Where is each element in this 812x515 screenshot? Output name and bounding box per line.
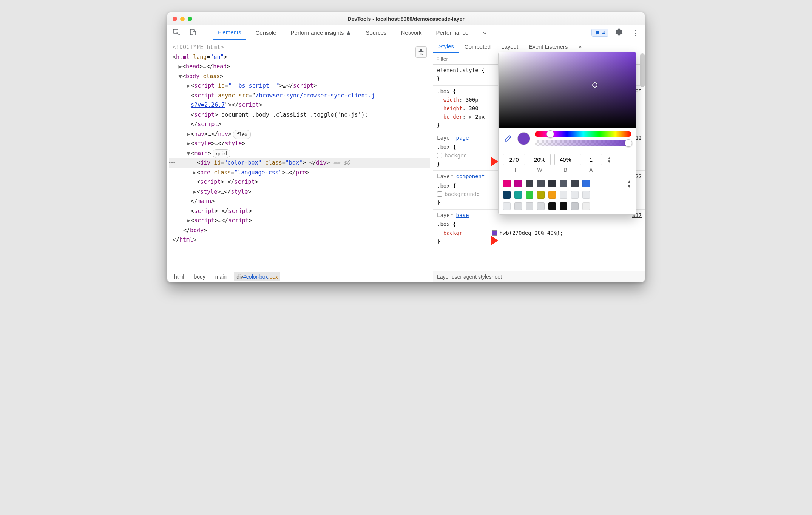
palette-swatch[interactable] <box>526 180 533 187</box>
palette-swatch[interactable] <box>571 202 579 210</box>
a-input[interactable] <box>580 154 602 165</box>
rule-layer-ua[interactable]: Layer user agent stylesheet <box>433 271 645 282</box>
saturation-value-field[interactable] <box>499 52 636 128</box>
tab-network[interactable]: Network <box>397 26 426 39</box>
b-input[interactable] <box>554 154 576 165</box>
palette-swatch[interactable] <box>582 180 590 187</box>
palette-swatch[interactable] <box>526 202 533 210</box>
rule-layer-base[interactable]: 317 Layer base .box { backgrhwb(270deg 2… <box>433 210 645 248</box>
palette-swatch[interactable] <box>582 191 590 199</box>
palette-swatch[interactable] <box>503 191 511 199</box>
palette-swatch[interactable] <box>503 202 511 210</box>
color-picker-popover[interactable]: ▲▼ H W B A ▲▼ <box>498 52 636 215</box>
tab-elements[interactable]: Elements <box>213 26 246 40</box>
alpha-slider[interactable] <box>535 140 631 146</box>
palette-swatch[interactable] <box>503 180 511 187</box>
palette-swatch[interactable] <box>537 180 545 187</box>
h-input[interactable] <box>503 154 525 165</box>
crumb-main[interactable]: main <box>213 272 229 281</box>
chat-icon <box>595 30 600 35</box>
main-toolbar: Elements Console Performance insights So… <box>167 25 645 40</box>
palette-swatch[interactable] <box>560 180 567 187</box>
palette-swatch[interactable] <box>537 191 545 199</box>
grid-badge[interactable]: grid <box>213 149 230 158</box>
crumb-current[interactable]: div#color-box.box <box>234 272 280 281</box>
kebab-menu-icon[interactable]: ⋮ <box>630 27 642 39</box>
eyedropper-icon[interactable] <box>503 134 513 143</box>
gear-icon[interactable] <box>613 27 625 39</box>
inspect-element-icon[interactable] <box>170 27 182 39</box>
annotation-arrow-icon <box>479 154 499 170</box>
color-input-labels: H W B A <box>499 167 636 177</box>
hue-slider[interactable] <box>535 131 631 137</box>
palette-swatch[interactable] <box>514 191 522 199</box>
breadcrumbs[interactable]: html body main div#color-box.box <box>167 271 433 282</box>
palette-swatch[interactable] <box>571 180 579 187</box>
palette-swatch[interactable] <box>582 202 590 210</box>
dom-tree[interactable]: <!DOCTYPE html> <html lang="en"> ▶<head>… <box>167 40 433 271</box>
flex-badge[interactable]: flex <box>233 130 251 139</box>
tab-sources[interactable]: Sources <box>361 26 391 39</box>
tab-console[interactable]: Console <box>251 26 281 39</box>
toggle-checkbox[interactable] <box>437 153 442 158</box>
annotation-arrow-icon <box>479 233 499 248</box>
scrollbar-thumb[interactable] <box>640 53 645 87</box>
palette-swatch[interactable] <box>548 202 556 210</box>
svg-point-3 <box>420 49 422 51</box>
issues-badge[interactable]: 4 <box>591 29 608 37</box>
styles-panel: Styles Computed Layout Event Listeners »… <box>433 40 645 282</box>
sv-handle[interactable] <box>592 82 597 88</box>
palette-nav-icon[interactable]: ▲▼ <box>627 180 631 188</box>
palette-swatch[interactable] <box>514 202 522 210</box>
styles-subtabs: Styles Computed Layout Event Listeners » <box>433 40 645 53</box>
color-inputs: ▲▼ <box>499 150 636 167</box>
window-title: DevTools - localhost:8080/demo/cascade-l… <box>167 16 645 22</box>
w-input[interactable] <box>529 154 551 165</box>
elements-panel: ••• <!DOCTYPE html> <html lang="en"> ▶<h… <box>167 40 433 282</box>
tabs-overflow-icon[interactable]: » <box>478 26 490 39</box>
palette-swatch[interactable] <box>571 191 579 199</box>
subtab-layout[interactable]: Layout <box>496 41 523 52</box>
subtab-computed[interactable]: Computed <box>459 41 496 52</box>
tab-performance[interactable]: Performance <box>432 26 473 39</box>
format-toggle-icon[interactable]: ▲▼ <box>606 156 613 163</box>
toggle-checkbox[interactable] <box>437 191 442 197</box>
palette-swatch[interactable] <box>560 202 567 210</box>
doctype-node[interactable]: <!DOCTYPE html> <box>173 44 224 51</box>
tab-performance-insights[interactable]: Performance insights <box>286 26 356 39</box>
device-toggle-icon[interactable] <box>187 27 199 39</box>
current-color-swatch <box>517 132 530 145</box>
palette-swatch[interactable] <box>548 191 556 199</box>
palette-swatches[interactable] <box>503 180 590 210</box>
svg-rect-2 <box>193 31 196 35</box>
crumb-body[interactable]: body <box>191 272 207 281</box>
hwb-value[interactable]: hwb(270deg 20% 40%); <box>499 230 563 236</box>
palette-swatch[interactable] <box>537 202 545 210</box>
palette-swatch[interactable] <box>560 191 567 199</box>
hue-thumb[interactable] <box>546 130 554 138</box>
flask-icon <box>346 30 351 35</box>
devtools-window: DevTools - localhost:8080/demo/cascade-l… <box>167 12 645 282</box>
selected-dom-node[interactable]: <div id="color-box" class="box"> </div> … <box>169 158 430 168</box>
palette-swatch[interactable] <box>526 191 533 199</box>
panel-tabs: Elements Console Performance insights So… <box>213 26 491 40</box>
window-titlebar[interactable]: DevTools - localhost:8080/demo/cascade-l… <box>167 12 645 25</box>
overflow-dots-icon[interactable]: ••• <box>167 160 176 166</box>
crumb-html[interactable]: html <box>172 272 186 281</box>
subtabs-overflow-icon[interactable]: » <box>573 41 587 52</box>
subtab-event-listeners[interactable]: Event Listeners <box>523 41 573 52</box>
accessibility-icon[interactable] <box>415 46 427 58</box>
subtab-styles[interactable]: Styles <box>433 41 459 53</box>
palette-swatch[interactable] <box>548 180 556 187</box>
alpha-thumb[interactable] <box>625 139 632 147</box>
palette-swatch[interactable] <box>514 180 522 187</box>
